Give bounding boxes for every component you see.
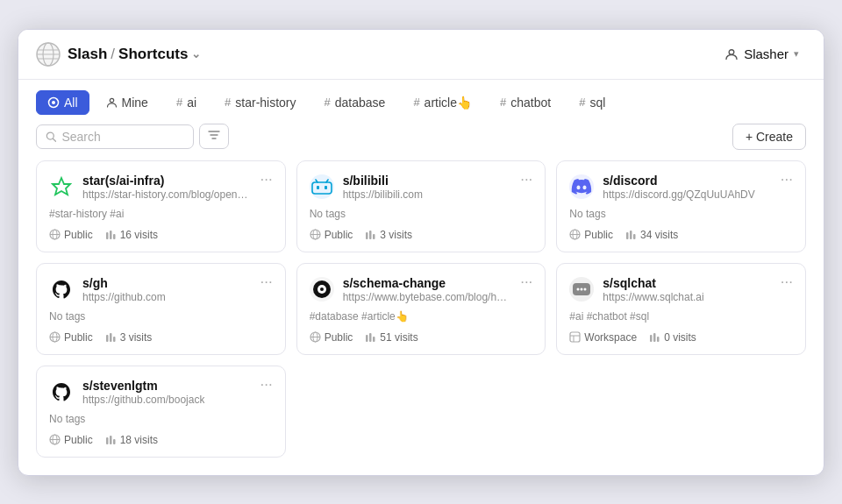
user-dropdown-icon: ▾ [794,48,799,60]
card-icon-title: star(s/ai-infra) https://star-history.co… [49,174,249,201]
search-input[interactable] [61,130,184,144]
svg-rect-21 [312,182,332,194]
tab-ai[interactable]: #ai [165,90,208,115]
card-favicon [310,174,334,199]
card-title: s/bilibili [343,174,423,188]
mine-icon [106,96,118,108]
card-title-block: s/sqlchat https://www.sqlchat.ai [603,276,703,303]
card-more-button[interactable]: ··· [260,274,272,289]
card-visits-badge: 51 visits [365,331,417,344]
card-url: https://www.bytebase.com/blog/ho... [343,291,510,303]
card-favicon [49,277,74,302]
card-more-button[interactable]: ··· [520,274,532,289]
breadcrumb-dropdown-icon[interactable]: ⌄ [191,47,201,60]
tab-mine[interactable]: Mine [95,90,160,115]
card-footer: Public 3 visits [310,229,533,241]
card-tags: No tags [49,413,273,427]
workspace-icon [569,331,581,343]
visits-icon [365,331,376,343]
svg-rect-58 [650,335,653,342]
card-visibility-badge: Public [310,229,353,241]
svg-rect-59 [653,333,656,342]
svg-rect-39 [106,335,109,342]
card-schema-change: s/schema-change https://www.bytebase.com… [296,263,546,355]
svg-rect-33 [626,232,629,239]
titlebar-left: Slash / Shortcuts ⌄ [36,42,201,67]
card-icon-title: s/bilibili https://bilibili.com [310,174,423,201]
card-more-button[interactable]: ··· [260,377,272,392]
card-visits-label: 18 visits [120,434,158,446]
card-visits-badge: 3 visits [365,229,412,241]
card-tags: #database #article👆 [310,310,533,324]
svg-point-44 [320,287,324,291]
card-header: s/bilibili https://bilibili.com ··· [310,174,533,201]
card-more-button[interactable]: ··· [781,172,793,187]
card-tags: No tags [310,208,533,222]
card-favicon [310,277,334,302]
card-title: s/gh [82,276,166,290]
card-tags: No tags [569,208,793,222]
card-title: s/sqlchat [603,276,703,290]
tab-star-history[interactable]: #star-history [213,90,307,115]
card-more-button[interactable]: ··· [520,172,532,187]
tab-all[interactable]: All [36,90,89,115]
card-title-block: star(s/ai-infra) https://star-history.co… [82,174,249,201]
card-footer: Public 3 visits [49,331,273,344]
svg-point-54 [584,287,587,290]
card-icon-title: s/schema-change https://www.bytebase.com… [310,276,510,303]
card-visits-label: 16 visits [120,229,158,241]
cards-grid: star(s/ai-infra) https://star-history.co… [18,160,824,475]
svg-rect-50 [373,337,375,342]
all-icon [47,96,60,109]
card-tags: #star-history #ai [49,208,273,222]
user-menu[interactable]: Slasher ▾ [717,43,806,65]
card-visibility-badge: Public [49,331,93,344]
card-visibility-label: Public [64,434,93,446]
tab-database[interactable]: #database [313,90,397,115]
main-window: Slash / Shortcuts ⌄ Slasher ▾ AllMine#ai… [18,29,824,476]
search-left [36,124,229,149]
create-button[interactable]: + Create [732,124,806,150]
svg-rect-66 [113,439,116,444]
card-visibility-badge: Public [49,434,93,446]
svg-rect-64 [106,437,109,444]
svg-rect-40 [110,333,112,342]
card-footer: Public 51 visits [310,331,533,344]
card-visibility-label: Workspace [584,331,637,344]
svg-rect-28 [369,231,372,239]
svg-rect-18 [106,232,109,239]
card-favicon [569,174,594,199]
card-title: s/discord [603,174,754,188]
public-icon [310,331,321,343]
breadcrumb-separator: / [111,46,115,63]
globe-icon [36,42,61,67]
card-footer: Workspace 0 visits [569,331,793,344]
visits-icon [105,229,117,240]
card-visibility-label: Public [325,331,353,344]
tab-article[interactable]: #article👆 [402,90,483,115]
filter-button[interactable] [199,124,229,149]
card-icon-title: s/sqlchat https://www.sqlchat.ai [569,276,703,303]
card-visits-label: 3 visits [380,229,412,241]
user-name: Slasher [744,46,788,61]
svg-point-7 [52,101,55,104]
card-title: star(s/ai-infra) [82,174,249,188]
card-favicon [49,380,74,404]
card-more-button[interactable]: ··· [260,172,272,187]
visits-icon [105,434,117,445]
svg-rect-19 [110,231,112,239]
tab-chatbot[interactable]: #chatbot [489,90,562,115]
card-visits-badge: 3 visits [105,331,153,344]
card-more-button[interactable]: ··· [781,274,793,289]
card-visits-label: 3 visits [120,331,153,344]
tab-sql[interactable]: #sql [567,90,617,115]
card-title-block: s/gh https://github.com [82,276,166,303]
tab-bar: AllMine#ai#star-history#database#article… [18,80,824,115]
card-visits-badge: 18 visits [105,434,158,446]
search-box[interactable] [36,124,194,149]
svg-rect-48 [366,335,368,342]
card-favicon [49,174,74,199]
card-header: s/schema-change https://www.bytebase.com… [310,276,533,303]
card-header: s/discord https://discord.gg/QZqUuUAhDV … [569,174,793,201]
card-url: https://github.com [82,291,166,303]
